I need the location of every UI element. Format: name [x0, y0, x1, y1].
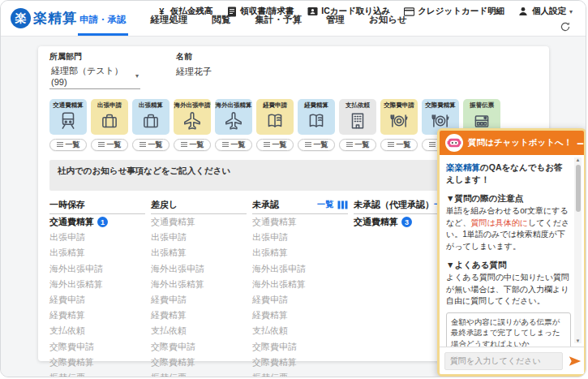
logo-text: 楽精算 — [33, 9, 77, 28]
status-item: 出張精算 — [49, 245, 145, 261]
scroll-up-icon[interactable]: ▲ — [574, 157, 582, 162]
list-button-overseas-trip-request[interactable]: 一覧 — [174, 139, 211, 151]
status-item: 経費精算 — [49, 308, 145, 323]
tile-overseas-trip-settlement: 海外出張精算一覧 — [215, 99, 252, 151]
name-field: 名前 経理花子 — [176, 51, 212, 89]
list-button-transportation-settlement[interactable]: 一覧 — [49, 139, 87, 151]
utility-links: ¥仮払金残高領収書/請求書ICカード取り込みクレジットカード明細個人設定▾ — [157, 6, 573, 17]
department-select[interactable]: 経理部（テスト）(99) ▾ — [49, 62, 140, 89]
status-item: 交際費精算 — [252, 355, 348, 370]
tile-label: 振替伝票 — [463, 101, 500, 110]
yen-icon: ¥ — [157, 6, 167, 17]
status-item: 出張申請 — [49, 230, 145, 245]
department-label: 所属部門 — [49, 51, 140, 62]
suitcase-icon — [132, 110, 170, 131]
utility-link[interactable]: ICカード取り込み — [307, 6, 390, 17]
minimize-button[interactable]: − — [577, 137, 584, 149]
list-button-label: 一覧 — [314, 140, 328, 150]
status-item-label: 交際費精算 — [49, 356, 94, 368]
count-badge: 1 — [97, 217, 108, 227]
status-item: 交際費申請 — [151, 339, 247, 355]
scroll-thumb[interactable] — [576, 165, 581, 212]
tile-button-expense-settlement[interactable]: 経費精算 — [298, 99, 335, 135]
status-item-label: 海外出張申請 — [151, 263, 204, 275]
book-icon — [256, 110, 294, 131]
tile-button-transportation-settlement[interactable]: 交通費精算 — [49, 99, 87, 135]
status-item: 支払依頼 — [49, 323, 145, 338]
column-list-link[interactable]: 一覧 — [317, 199, 333, 210]
tile-button-payment-request[interactable]: 支払依頼 — [339, 99, 376, 135]
robot-icon — [445, 134, 463, 152]
list-icon — [222, 141, 229, 149]
status-item-label: 出張申請 — [151, 231, 187, 243]
chatbot-intro: 楽楽精算のQAをなんでもお答えします！ — [446, 162, 571, 186]
tile-entertainment-request: 交際費申請一覧 — [380, 99, 418, 151]
utility-link[interactable]: ¥仮払金残高 — [157, 6, 213, 17]
status-item-label: 海外出張申請 — [49, 263, 103, 275]
status-item: 交際費申請 — [252, 339, 348, 355]
chat-scrollbar[interactable]: ▲ ▼ — [574, 157, 582, 343]
nav-tab-1[interactable]: 申請・承認 — [78, 9, 128, 36]
status-item-label: 経費精算 — [49, 309, 85, 321]
department-field: 所属部門 経理部（テスト）(99) ▾ — [49, 51, 140, 89]
tile-button-entertainment-request[interactable]: 交際費申請 — [380, 99, 418, 135]
app-logo[interactable]: 楽 楽精算 — [11, 8, 77, 28]
status-item-label: 交通費精算 — [151, 216, 195, 228]
utility-label: 個人設定 — [532, 6, 566, 17]
status-item-label: 経費申請 — [151, 294, 187, 306]
send-button[interactable] — [567, 354, 583, 368]
list-icon — [346, 141, 353, 149]
utility-link[interactable]: 領収書/請求書 — [226, 6, 294, 17]
tile-button-business-trip-request[interactable]: 出張申請 — [91, 99, 128, 135]
status-item: 経費申請 — [151, 292, 247, 308]
status-item: 交通費精算 — [151, 214, 247, 230]
status-item-label: 交際費精算 — [151, 356, 195, 368]
tile-button-business-trip-settlement[interactable]: 出張精算 — [132, 99, 170, 135]
tile-label: 海外出張精算 — [215, 101, 252, 110]
status-item-label: 経費精算 — [252, 309, 288, 321]
refresh-icon[interactable] — [560, 21, 571, 32]
columns-icon[interactable] — [337, 200, 348, 209]
faq-section-body: よくある質問の中に知りたい質問が無い場合は、下部の入力欄より自由に質問してくださ… — [446, 272, 571, 308]
list-icon — [264, 141, 270, 149]
book-icon — [298, 110, 335, 131]
tile-button-overseas-trip-settlement[interactable]: 海外出張精算 — [215, 99, 252, 135]
list-button-expense-settlement[interactable]: 一覧 — [298, 139, 335, 151]
status-item: 経費精算 — [252, 308, 348, 323]
list-icon — [388, 141, 394, 149]
column-header: 一時保存 — [49, 196, 145, 213]
tile-button-overseas-trip-request[interactable]: 海外出張申請 — [174, 99, 211, 135]
utility-link[interactable]: 個人設定▾ — [518, 6, 573, 17]
status-item: 経費精算 — [151, 308, 247, 323]
chatbot-panel: 質問はチャットボットへ！ − 楽楽精算のQAをなんでもお答えします！ ▼質問の際… — [437, 128, 586, 377]
list-button-overseas-trip-settlement[interactable]: 一覧 — [215, 139, 252, 151]
list-button-business-trip-settlement[interactable]: 一覧 — [132, 139, 170, 151]
scroll-down-icon[interactable]: ▼ — [574, 338, 582, 343]
person-icon — [518, 6, 529, 17]
list-button-expense-request[interactable]: 一覧 — [256, 139, 294, 151]
building-icon — [339, 110, 376, 131]
status-item-label: 振替伝票 — [252, 372, 288, 377]
status-item: 出張精算 — [151, 245, 247, 261]
chat-input[interactable] — [444, 352, 563, 370]
list-button-entertainment-request[interactable]: 一覧 — [380, 139, 418, 151]
chevron-down-icon: ▾ — [135, 72, 139, 80]
status-item-label: 海外出張精算 — [151, 278, 204, 291]
tile-overseas-trip-request: 海外出張申請一覧 — [174, 99, 211, 151]
status-item: 経費申請 — [49, 292, 145, 308]
list-button-business-trip-request[interactable]: 一覧 — [91, 139, 128, 151]
tile-button-expense-request[interactable]: 経費申請 — [256, 99, 294, 135]
utility-link[interactable]: クレジットカード明細 — [404, 6, 504, 17]
faq-button[interactable]: 金額や内容に誤りがある伝票が最終承認まで完了してしまった場合どうすればよいか — [446, 312, 571, 347]
status-item-label: 経費精算 — [151, 309, 187, 321]
tile-expense-settlement: 経費精算一覧 — [298, 99, 335, 151]
list-button-payment-request[interactable]: 一覧 — [339, 139, 376, 151]
list-button-label: 一覧 — [66, 140, 80, 150]
status-item: 経費申請 — [252, 292, 348, 308]
list-icon — [429, 141, 436, 149]
status-item: 海外出張申請 — [252, 261, 348, 277]
faq-section-title: ▼よくある質問 — [446, 260, 571, 271]
status-item[interactable]: 交通費精算1 — [49, 214, 145, 230]
note-section-body: 単語を組み合わせるor文章にするなど、質問は具体的にしてください。1単語のみでは… — [446, 205, 571, 252]
status-column-returned: 差戻し交通費精算出張申請出張精算海外出張申請海外出張精算経費申請経費精算支払依頼… — [151, 196, 247, 377]
